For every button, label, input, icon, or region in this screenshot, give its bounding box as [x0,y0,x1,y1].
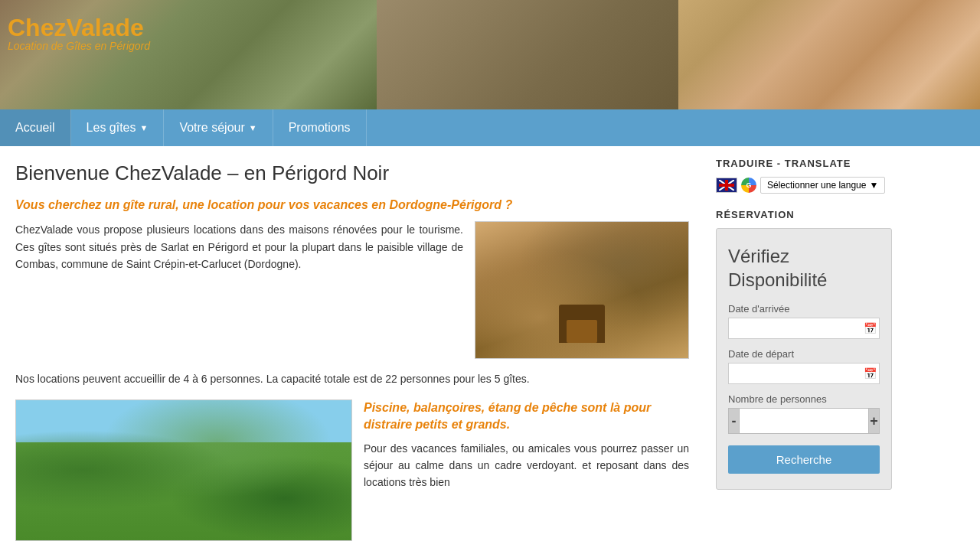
page-title: Bienvenue ChezValade – en Périgord Noir [15,161,689,185]
nav-item-promotions[interactable]: Promotions [273,109,367,146]
intro-section: ChezValade vous propose plusieurs locati… [15,221,689,359]
translate-title: TRADUIRE - TRANSLATE [716,158,892,169]
second-section: Piscine, balançoires, étang de pêche son… [15,399,689,541]
persons-field: Nombre de personnes - + [728,393,880,434]
capacity-paragraph: Nos locations peuvent accueillir de 4 à … [15,370,689,387]
departure-field: Date de départ 📅 [728,348,880,384]
intro-heading: Vous cherchez un gîte rural, une locatio… [15,197,689,214]
google-translate-icon: G [741,178,756,193]
arrival-input-wrap: 📅 [728,318,880,339]
departure-label: Date de départ [728,348,880,360]
sidebar: TRADUIRE - TRANSLATE G Sélectionner [704,146,903,551]
logo-title: ChezValade [8,15,150,40]
persons-minus-button[interactable]: - [728,408,740,434]
site-logo[interactable]: ChezValade Location de Gîtes en Périgord [8,15,150,52]
persons-plus-button[interactable]: + [868,408,880,434]
reservation-box: Vérifiez Disponibilité Date d'arrivée 📅 … [716,228,892,490]
flag-icon [716,178,737,193]
svg-rect-6 [719,184,734,187]
logo-subtitle: Location de Gîtes en Périgord [8,40,150,52]
pool-text: Piscine, balançoires, étang de pêche son… [364,399,689,541]
pool-heading: Piscine, balançoires, étang de pêche son… [364,399,689,434]
pool-paragraph: Pour des vacances familiales, ou amicale… [364,440,689,491]
persons-label: Nombre de personnes [728,393,880,405]
language-select-label: Sélectionner une langue [767,180,866,191]
calendar-icon[interactable]: 📅 [864,367,877,380]
search-button[interactable]: Recherche [728,445,880,474]
garden-image [15,399,352,541]
nav-label-accueil: Accueil [15,121,55,135]
nav-item-votre-sejour[interactable]: Votre séjour ▼ [164,109,273,146]
translate-section: TRADUIRE - TRANSLATE G Sélectionner [716,158,892,194]
language-select-button[interactable]: Sélectionner une langue ▼ [760,177,885,194]
intro-paragraph: ChezValade vous propose plusieurs locati… [15,221,463,272]
persons-input[interactable] [740,408,868,434]
reservation-section: RÉSERVATION Vérifiez Disponibilité Date … [716,209,892,490]
interior-image [475,221,689,359]
arrival-date-input[interactable] [735,323,864,334]
departure-input-wrap: 📅 [728,363,880,384]
chevron-down-icon: ▼ [249,123,257,132]
nav-item-accueil[interactable]: Accueil [0,109,71,146]
main-content: Bienvenue ChezValade – en Périgord Noir … [0,146,704,551]
calendar-icon[interactable]: 📅 [864,322,877,334]
nav-item-les-gites[interactable]: Les gîtes ▼ [71,109,165,146]
dropdown-arrow-icon: ▼ [869,180,878,191]
header-image-right [678,0,980,109]
nav-label-promotions: Promotions [289,121,351,135]
persons-stepper: - + [728,408,880,434]
verify-availability-title: Vérifiez Disponibilité [728,244,880,292]
main-layout: Bienvenue ChezValade – en Périgord Noir … [0,146,980,551]
reservation-title: RÉSERVATION [716,209,892,220]
site-header: ChezValade Location de Gîtes en Périgord [0,0,980,109]
chevron-down-icon: ▼ [140,123,149,132]
nav-label-les-gites: Les gîtes [87,121,136,135]
main-navigation: Accueil Les gîtes ▼ Votre séjour ▼ Promo… [0,109,980,146]
nav-label-votre-sejour: Votre séjour [179,121,244,135]
departure-date-input[interactable] [735,368,864,380]
arrival-label: Date d'arrivée [728,303,880,315]
header-image-middle [377,0,678,109]
translate-widget[interactable]: G Sélectionner une langue ▼ [716,177,892,194]
arrival-field: Date d'arrivée 📅 [728,303,880,339]
